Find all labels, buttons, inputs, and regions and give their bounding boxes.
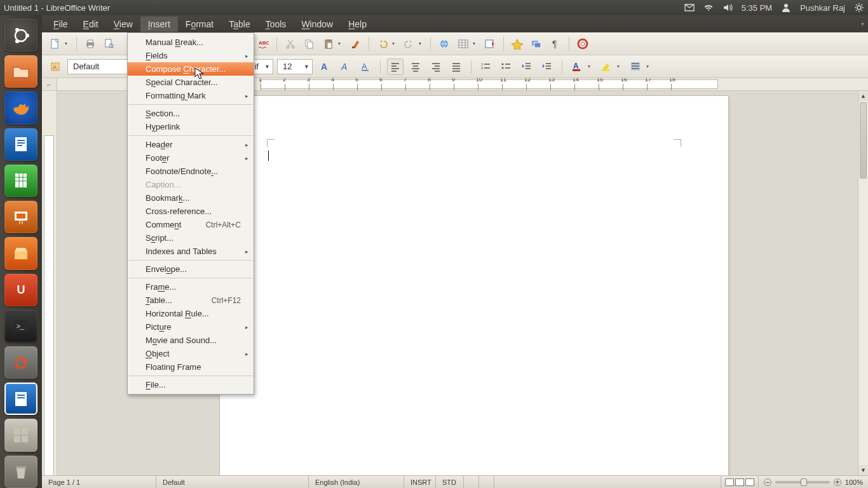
font-color-button[interactable]: A [569,58,585,75]
zoom-out-icon[interactable]: − [764,478,771,486]
menu-insert[interactable]: Insert [140,17,178,32]
zoom-value[interactable]: 100% [845,478,863,486]
print-button[interactable] [82,36,98,52]
menu-item-hyperlink[interactable]: Hyperlink [128,120,254,133]
vertical-ruler[interactable] [42,91,57,475]
undo-button[interactable] [374,36,391,52]
menu-item-picture[interactable]: Picture▸ [128,320,254,334]
paste-dropdown[interactable]: ▾ [338,41,344,46]
menu-file[interactable]: File [46,17,76,32]
italic-button[interactable]: A [337,58,353,75]
bg-color-dropdown[interactable]: ▾ [646,64,653,69]
launcher-software-center[interactable] [4,237,37,269]
zoom-slider[interactable] [775,481,830,484]
align-right-button[interactable] [428,58,444,75]
autospell-button[interactable]: ABC [255,36,271,52]
highlight-button[interactable] [598,58,614,75]
menu-item-frame[interactable]: Frame... [128,280,254,294]
mail-icon[interactable] [684,3,695,13]
launcher-firefox[interactable] [4,92,37,124]
gear-icon[interactable] [854,3,864,13]
menu-item-special-character[interactable]: Special Character... [128,76,254,89]
menu-item-object[interactable]: Object▸ [128,347,254,360]
menu-item-file[interactable]: File... [128,378,254,391]
paste-button[interactable] [320,36,337,52]
help-button[interactable] [574,36,591,52]
status-style[interactable]: Default [156,476,309,488]
launcher-impress[interactable] [4,201,37,233]
sound-icon[interactable] [722,3,733,13]
menu-item-formatting-mark[interactable]: Formatting Mark▸ [128,89,254,102]
status-page[interactable]: Page 1 / 1 [42,476,156,488]
scroll-up-icon[interactable]: ▲ [858,91,868,101]
new-doc-dropdown[interactable]: ▾ [65,41,71,46]
menu-tools[interactable]: Tools [258,17,294,32]
launcher-writer-running[interactable] [4,383,37,415]
show-draw-button[interactable] [482,36,498,52]
font-size-combo[interactable]: 12▼ [277,59,313,74]
scroll-thumb[interactable] [860,102,867,179]
bold-button[interactable]: A [316,58,333,75]
launcher-terminal[interactable]: >_ [4,310,37,342]
status-selection-mode[interactable]: STD [436,476,464,488]
menubar-collapse-icon[interactable]: ▾ [861,20,864,27]
highlight-dropdown[interactable]: ▾ [617,64,623,69]
launcher-writer[interactable] [4,128,37,161]
status-language[interactable]: English (India) [309,476,404,488]
nonprinting-button[interactable]: ¶ [547,36,564,52]
vertical-scrollbar[interactable]: ▲ ▼ [858,91,868,475]
menu-item-horizontal-rule[interactable]: Horizontal Rule... [128,307,254,320]
launcher-settings[interactable] [4,346,37,379]
menu-window[interactable]: Window [294,17,341,32]
numbered-list-button[interactable]: 12 [478,58,494,75]
launcher-dash[interactable] [4,19,37,51]
align-center-button[interactable] [407,58,424,75]
align-left-button[interactable] [387,58,403,75]
menu-item-script[interactable]: Script... [128,231,254,245]
navigator-button[interactable] [509,36,526,52]
decrease-indent-button[interactable] [519,58,535,75]
view-single-icon[interactable] [725,478,734,486]
launcher-ubuntu-one[interactable]: U [4,274,37,306]
undo-dropdown[interactable]: ▾ [392,41,398,46]
format-paintbrush-button[interactable] [347,36,363,52]
menu-item-envelope[interactable]: Envelope... [128,262,254,276]
menu-table[interactable]: Table [221,17,257,32]
menu-item-floating-frame[interactable]: Floating Frame [128,360,254,374]
redo-button[interactable] [401,36,417,52]
page[interactable] [220,96,728,475]
wifi-icon[interactable] [703,3,714,13]
menu-help[interactable]: Help [341,17,374,32]
menu-item-indexes-and-tables[interactable]: Indexes and Tables▸ [128,245,254,258]
view-multi-icon[interactable] [735,478,744,486]
table-button[interactable] [455,36,471,52]
new-doc-button[interactable] [47,36,64,52]
menu-item-cross-reference[interactable]: Cross-reference... [128,205,254,218]
launcher-workspace[interactable] [4,419,37,451]
username[interactable]: Pushkar Raj [800,3,845,13]
menu-item-manual-break[interactable]: Manual Break... [128,36,254,49]
styles-button[interactable]: A [47,58,64,75]
menu-item-movie-and-sound[interactable]: Movie and Sound... [128,334,254,347]
font-color-dropdown[interactable]: ▾ [588,64,594,69]
scroll-down-icon[interactable]: ▼ [858,465,868,475]
status-signature-icon[interactable] [479,476,494,488]
launcher-trash[interactable] [4,456,37,488]
clock[interactable]: 5:35 PM [742,3,772,13]
menu-item-bookmark[interactable]: Bookmark... [128,191,254,205]
redo-dropdown[interactable]: ▾ [419,41,425,46]
bg-color-button[interactable] [627,58,644,75]
increase-indent-button[interactable] [539,58,555,75]
launcher-calc[interactable] [4,165,37,197]
bullet-list-button[interactable] [498,58,515,75]
menu-item-footnote-endnote[interactable]: Footnote/Endnote... [128,165,254,178]
menu-item-fields[interactable]: Fields▸ [128,49,254,62]
menu-edit[interactable]: Edit [76,17,106,32]
menu-item-table[interactable]: Table...Ctrl+F12 [128,294,254,307]
menu-view[interactable]: View [106,17,140,32]
gallery-button[interactable] [528,36,545,52]
launcher-files[interactable] [4,55,37,88]
hyperlink-button[interactable] [436,36,452,52]
view-book-icon[interactable] [745,478,754,486]
menu-item-header[interactable]: Header▸ [128,138,254,151]
